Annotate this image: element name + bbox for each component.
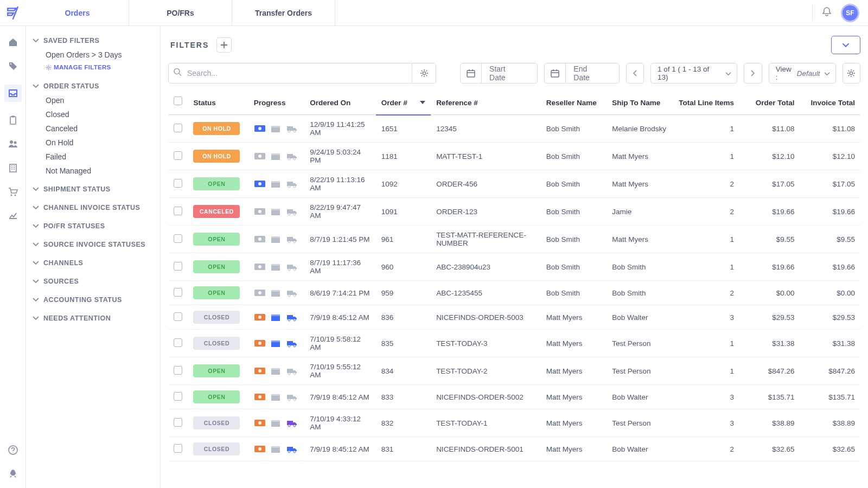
help-icon[interactable] xyxy=(8,445,18,455)
row-checkbox[interactable] xyxy=(174,151,182,160)
col-header[interactable]: Total Line Items xyxy=(673,89,739,115)
avatar[interactable]: SF xyxy=(841,4,859,22)
row-checkbox[interactable] xyxy=(174,124,182,132)
row-checkbox[interactable] xyxy=(174,207,182,215)
table-row[interactable]: OPEN8/6/19 7:14:21 PM959ABC-1235455Bob S… xyxy=(168,281,860,305)
table-row[interactable]: CLOSED7/10/19 5:58:12 AM835TEST-TODAY-3M… xyxy=(168,330,860,357)
col-header[interactable]: Reference # xyxy=(431,89,541,115)
col-header[interactable]: Ordered On xyxy=(304,89,376,115)
cell-reference: NICEFINDS-ORDER-5002 xyxy=(431,385,541,409)
sidebar-section[interactable]: NEEDS ATTENTION xyxy=(31,311,157,325)
sidebar-section[interactable]: ACCOUNTING STATUS xyxy=(31,293,157,307)
cell-ordered-on: 7/9/19 8:45:12 AM xyxy=(304,437,376,461)
app-logo[interactable] xyxy=(0,0,26,26)
col-header[interactable]: Status xyxy=(188,89,248,115)
table-settings-button[interactable] xyxy=(843,63,860,84)
col-header[interactable]: Ship To Name xyxy=(607,89,673,115)
progress-icons xyxy=(254,445,299,453)
row-checkbox[interactable] xyxy=(174,234,182,243)
table-row[interactable]: OPEN8/7/19 11:17:36 AM960ABC-238904u23Bo… xyxy=(168,253,860,281)
sidebar-section-order-status[interactable]: ORDER STATUS xyxy=(31,79,157,93)
col-header[interactable]: Progress xyxy=(248,89,304,115)
search-input[interactable] xyxy=(168,63,412,84)
order-status-item[interactable]: Canceled xyxy=(31,121,157,136)
cell-invoice-total: $32.65 xyxy=(800,437,860,461)
chart-icon[interactable] xyxy=(8,210,18,221)
tab-orders[interactable]: Orders xyxy=(26,0,129,25)
order-status-item[interactable]: On Hold xyxy=(31,136,157,150)
row-checkbox[interactable] xyxy=(174,312,182,321)
search-settings-button[interactable] xyxy=(412,63,436,84)
table-row[interactable]: CANCELED8/22/19 9:47:47 AM1091ORDER-123B… xyxy=(168,198,860,226)
row-checkbox[interactable] xyxy=(174,366,182,375)
sidebar-section[interactable]: SHIPMENT STATUS xyxy=(31,182,157,196)
sidebar: SAVED FILTERS Open Orders > 3 Days MANAG… xyxy=(26,26,161,488)
cell-invoice-total: $0.00 xyxy=(800,281,860,305)
progress-icons xyxy=(254,339,299,348)
table-row[interactable]: OPEN7/10/19 5:55:12 AM834TEST-TODAY-2Mat… xyxy=(168,357,860,385)
cell-order-total: $19.66 xyxy=(739,253,800,281)
cart-icon[interactable] xyxy=(8,187,18,197)
col-header[interactable]: Invoice Total xyxy=(800,89,860,115)
table-row[interactable]: CLOSED7/10/19 4:33:12 AM832TEST-TODAY-1M… xyxy=(168,409,860,437)
table-row[interactable]: OPEN8/7/19 1:21:45 PM961TEST-MATT-REFERE… xyxy=(168,226,860,253)
end-date-input[interactable]: End Date xyxy=(544,63,620,84)
section-title: SAVED FILTERS xyxy=(43,37,99,44)
building-icon[interactable] xyxy=(8,163,18,174)
col-header[interactable]: Order # xyxy=(376,89,431,115)
people-icon[interactable] xyxy=(8,139,18,150)
sidebar-section[interactable]: CHANNELS xyxy=(31,256,157,270)
order-status-item[interactable]: Closed xyxy=(31,107,157,121)
table-row[interactable]: OPEN7/9/19 8:45:12 AM833NICEFINDS-ORDER-… xyxy=(168,385,860,409)
table-row[interactable]: ON HOLD12/9/19 11:41:25 AM165112345Bob S… xyxy=(168,115,860,143)
view-select[interactable]: View : Default xyxy=(769,63,836,84)
row-checkbox[interactable] xyxy=(174,338,182,347)
inbox-icon[interactable] xyxy=(4,85,22,102)
row-checkbox[interactable] xyxy=(174,444,182,453)
bell-icon[interactable] xyxy=(821,7,832,20)
sidebar-section[interactable]: PO/FR STATUSES xyxy=(31,219,157,233)
row-checkbox[interactable] xyxy=(174,288,182,297)
page-info-dropdown[interactable]: 1 of 1 ( 1 - 13 of 13) xyxy=(650,63,737,84)
row-checkbox[interactable] xyxy=(174,418,182,427)
tag-icon[interactable] xyxy=(8,61,18,72)
col-header[interactable]: Reseller Name xyxy=(541,89,607,115)
table-row[interactable]: ON HOLD9/24/19 5:03:24 PM1181MATT-TEST-1… xyxy=(168,143,860,170)
page-next-button[interactable] xyxy=(744,63,762,84)
manage-filters-link[interactable]: MANAGE FILTERS xyxy=(31,62,157,75)
home-icon[interactable] xyxy=(8,37,18,48)
cell-invoice-total: $12.10 xyxy=(800,143,860,170)
page-prev-button[interactable] xyxy=(626,63,644,84)
order-status-item[interactable]: Not Managed xyxy=(31,164,157,178)
sidebar-section[interactable]: SOURCE INVOICE STATUSES xyxy=(31,237,157,252)
cell-ship-to: Matt Myers xyxy=(607,226,673,253)
tab-transfer-orders[interactable]: Transfer Orders xyxy=(232,0,335,25)
start-date-input[interactable]: Start Date xyxy=(460,63,538,84)
progress-step-icon xyxy=(254,445,266,453)
table-row[interactable]: OPEN8/22/19 11:13:16 AM1092ORDER-456Bob … xyxy=(168,170,860,198)
order-status-item[interactable]: Failed xyxy=(31,150,157,164)
tab-po-frs[interactable]: PO/FRs xyxy=(129,0,232,25)
rocket-icon[interactable] xyxy=(8,468,18,479)
sidebar-section-saved-filters[interactable]: SAVED FILTERS xyxy=(31,34,157,48)
col-header[interactable]: Order Total xyxy=(739,89,800,115)
sidebar-section[interactable]: SOURCES xyxy=(31,274,157,288)
start-date-label: Start Date xyxy=(482,65,537,82)
cell-ordered-on: 8/22/19 11:13:16 AM xyxy=(304,170,376,198)
clipboard-icon[interactable] xyxy=(8,115,18,126)
progress-step-icon xyxy=(270,124,282,133)
add-filter-button[interactable] xyxy=(216,37,232,53)
saved-filter-item[interactable]: Open Orders > 3 Days xyxy=(31,48,157,62)
row-checkbox[interactable] xyxy=(174,179,182,188)
cell-order-total: $0.00 xyxy=(739,281,800,305)
select-all-checkbox[interactable] xyxy=(174,97,182,105)
sidebar-section[interactable]: CHANNEL INVOICE STATUS xyxy=(31,201,157,215)
order-status-item[interactable]: Open xyxy=(31,93,157,107)
cell-ship-to: Bob Walter xyxy=(607,385,673,409)
progress-icons xyxy=(254,207,299,216)
expand-filters-button[interactable] xyxy=(831,36,860,54)
row-checkbox[interactable] xyxy=(174,262,182,271)
table-row[interactable]: CLOSED7/9/19 8:45:12 AM836NICEFINDS-ORDE… xyxy=(168,305,860,330)
row-checkbox[interactable] xyxy=(174,392,182,401)
table-row[interactable]: CLOSED7/9/19 8:45:12 AM831NICEFINDS-ORDE… xyxy=(168,437,860,461)
